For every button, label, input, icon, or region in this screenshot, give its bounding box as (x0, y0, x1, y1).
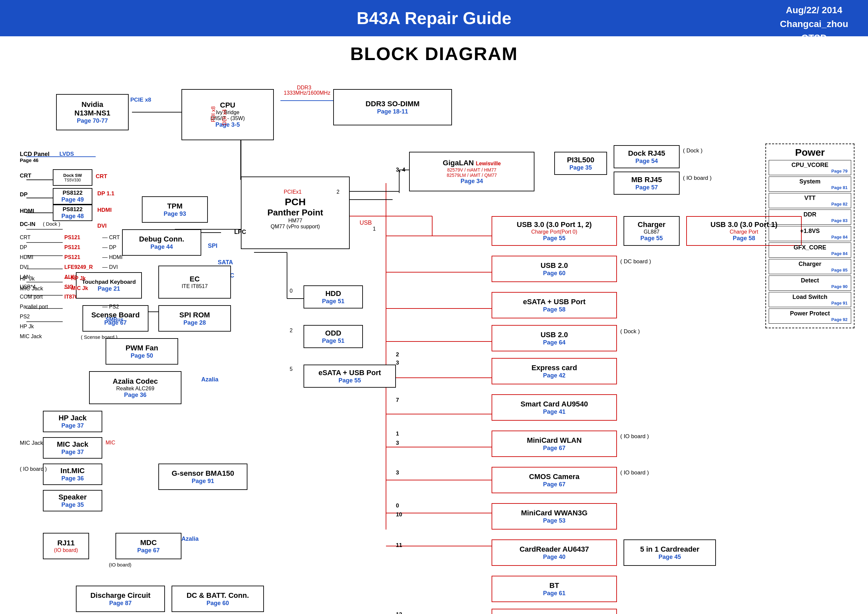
lvds-label: LVDS (59, 151, 74, 157)
cardreader-name: CardReader AU6437 (519, 545, 589, 554)
bt-name: BT (549, 581, 559, 590)
cpu-name: CPU (220, 101, 235, 110)
pi3l500-box: PI3L500 Page 35 (554, 152, 607, 175)
odd-name: ODD (325, 329, 341, 338)
dvi-label: DVI (97, 223, 107, 229)
bt-box: BT Page 61 (491, 576, 617, 602)
smart-num: 7 (396, 397, 399, 403)
hdd-page: Page 51 (322, 298, 344, 305)
conn-34: 3, 4 (396, 167, 405, 173)
diagram-container: Nvidia N13M-NS1 Page 70-77 PCIE x8 CPU I… (10, 68, 858, 614)
discharge-box: Discharge Circuit Page 87 (76, 586, 165, 612)
pdi-x8-label: PDI x8 (211, 106, 216, 122)
pwm-fan-name: PWM Fan (126, 344, 158, 352)
mdc-io-label: (IO board) (109, 562, 131, 567)
debug-name: Debug Conn. (139, 235, 184, 243)
usb30-12-sub: Charge Port(Port 0) (531, 229, 577, 235)
mic-label-right: MIC (105, 440, 115, 446)
mic-jack-page: Page 37 (61, 449, 84, 456)
ec-box: EC ITE IT8517 (158, 265, 231, 299)
usb30-12-name: USB 3.0 (3.0 Port 1, 2) (517, 220, 592, 229)
minicard-wlan-name: MiniCard WLAN (527, 436, 582, 445)
mic-jack-name: MIC Jack (57, 440, 88, 449)
hdd-box: HDD Page 51 (304, 285, 363, 309)
pch-sub: Panther Point (267, 208, 323, 218)
dock-rj45-box: Dock RJ45 Page 54 (614, 145, 680, 168)
header-author: Changcai_zhou (780, 17, 848, 31)
pch-name: PCH (285, 196, 305, 208)
mic-jk-label: MIC Jack (20, 285, 43, 292)
gigalan-page: Page 34 (460, 178, 483, 185)
touchpad-page: Page 21 (98, 285, 120, 292)
smart-card-page: Page 41 (543, 408, 566, 416)
usb20-2-box: USB 2.0 Page 60 (491, 256, 617, 282)
header-date: Aug/22/ 2014 (780, 3, 848, 17)
cardreader-page: Page 40 (543, 554, 566, 561)
camera-num: 3 (396, 470, 399, 476)
pch-box: PCH Panther Point HM77 QM77 (vPro suppor… (241, 177, 350, 249)
gpu-box: Nvidia N13M-NS1 Page 70-77 (56, 94, 129, 130)
usb-num1: 1 (373, 226, 376, 232)
gigalan-name: GigaLAN Lewisville (443, 159, 501, 167)
pch-qm: QM77 (vPro support) (271, 224, 320, 229)
hp-jk-label2: — HP Jk (64, 276, 86, 281)
pwm-fan-box: PWM Fan Page 50 (105, 338, 178, 364)
io-board-label1: ( IO board ) (683, 175, 711, 181)
dcin-dock: ( Dock ) (43, 221, 60, 227)
rj11-name: RJ11 (57, 539, 75, 547)
touchpad-name: Touchpad Keyboard (82, 279, 136, 285)
debug-box: Debug Conn. Page 44 (122, 229, 201, 256)
hp-jack-page: Page 37 (61, 422, 84, 429)
usb30-12-page: Page 55 (543, 235, 566, 242)
usb20-2-name: USB 2.0 (540, 261, 568, 270)
lcd-panel-page: Page 46 (20, 157, 39, 163)
gpu-model: N13M-NS1 (74, 109, 110, 118)
power-item-cpu-vcore: CPU_VCOREPage 79 (769, 160, 851, 175)
io-board-label3: ( IO board ) (620, 470, 649, 476)
io-board-label-mic: ( IO board ) (20, 466, 47, 472)
usb20-2-page: Page 60 (543, 270, 566, 277)
mb-rj45-page: Page 57 (636, 184, 658, 191)
ec-name: EC (190, 275, 200, 284)
usb20-4-name: USB 2.0 (540, 330, 568, 339)
azalia-label2: Azalia (201, 376, 219, 383)
express-card-page: Page 42 (543, 372, 566, 379)
power-item-load-switch: Load SwitchPage 91 (769, 292, 851, 307)
express-num2: 3 (396, 360, 399, 366)
g-sensor-page: Page 91 (192, 478, 214, 485)
ps8122-hdmi-name: PS8122 (63, 206, 83, 213)
dc-batt-box: DC & BATT. Conn. Page 60 (172, 586, 264, 612)
cmos-camera-box: CMOS Camera Page 67 (491, 467, 617, 493)
usb20-4-page: Page 64 (543, 339, 566, 346)
sata-label: SATA (218, 259, 233, 266)
cmos-camera-page: Page 67 (543, 481, 566, 488)
tpm-box: TPM Page 93 (142, 196, 208, 223)
header-title: B43A Repair Guide (356, 8, 512, 28)
mic-jack-box: MIC Jack Page 37 (43, 437, 102, 459)
charger-gl887-page: Page 55 (640, 235, 663, 242)
speaker-box: Speaker Page 35 (43, 490, 102, 512)
ts5v330-label: TS5V330 (64, 178, 81, 183)
odd-box: ODD Page 51 (304, 325, 363, 348)
minicard-wwan-box: MiniCard WWAN3G Page 53 (491, 503, 617, 530)
power-title: Power (769, 147, 851, 158)
spi-rom-name: SPI ROM (180, 311, 210, 319)
main-content: BLOCK DIAGRAM (0, 36, 868, 614)
dock-sw-label: Dock SW (64, 173, 82, 178)
g-sensor-name: G-sensor BMA150 (172, 469, 234, 478)
dc-batt-name: DC & BATT. Conn. (186, 591, 249, 600)
dock-sw-box: Dock SW TS5V330 (53, 169, 92, 186)
power-item-gfx-core: GFX_COREPage 84 (769, 242, 851, 258)
hp-jack-box: HP Jack Page 37 (43, 411, 102, 432)
discharge-page: Page 87 (109, 600, 132, 607)
crt-label2: CRT (96, 173, 107, 180)
esata-usb-5-box: eSATA + USB Port Page 55 (304, 364, 396, 388)
mdc-page: Page 67 (137, 547, 160, 554)
dock-label1: ( Dock ) (683, 147, 703, 154)
ps8122-dp-name: PS8122 (63, 190, 83, 196)
ps8122-dp-box: PS8122 Page 49 (53, 188, 92, 205)
dc-board-label: ( DC board ) (620, 258, 651, 265)
gpu-name: Nvidia (82, 100, 103, 109)
azalia-box: Azalia Codec Realtek ALC269 Page 36 (89, 371, 181, 404)
smbus-label: SMBus (105, 317, 123, 323)
